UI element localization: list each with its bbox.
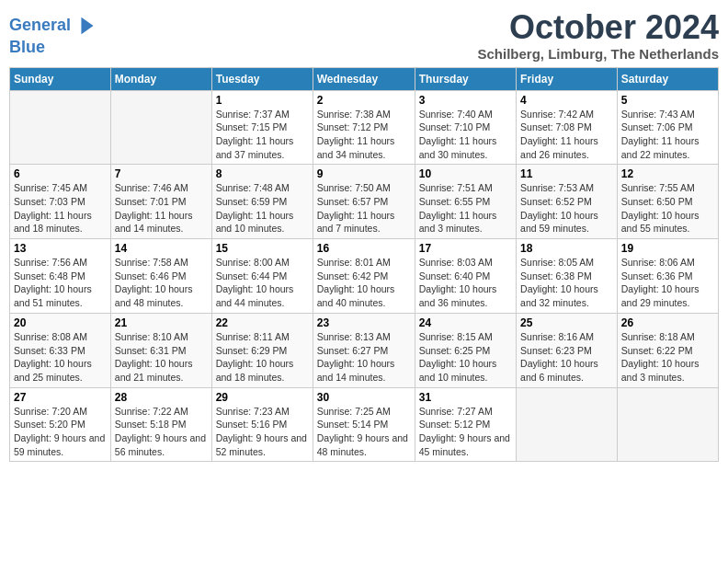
calendar-cell: 22Sunrise: 8:11 AM Sunset: 6:29 PM Dayli… <box>211 313 313 387</box>
day-info: Sunrise: 8:11 AM Sunset: 6:29 PM Dayligh… <box>216 330 309 385</box>
title-section: October 2024 Schilberg, Limburg, The Net… <box>477 9 719 62</box>
day-info: Sunrise: 7:55 AM Sunset: 6:50 PM Dayligh… <box>621 181 714 236</box>
calendar-header-saturday: Saturday <box>617 67 718 90</box>
calendar-header-thursday: Thursday <box>415 67 516 90</box>
day-number: 19 <box>621 242 714 255</box>
month-year-title: October 2024 <box>477 9 719 46</box>
calendar-header-wednesday: Wednesday <box>313 67 415 90</box>
calendar-cell: 10Sunrise: 7:51 AM Sunset: 6:55 PM Dayli… <box>415 165 516 239</box>
day-number: 27 <box>14 391 107 404</box>
calendar-cell: 1Sunrise: 7:37 AM Sunset: 7:15 PM Daylig… <box>211 90 313 165</box>
calendar-cell: 17Sunrise: 8:03 AM Sunset: 6:40 PM Dayli… <box>415 239 516 314</box>
day-info: Sunrise: 8:16 AM Sunset: 6:23 PM Dayligh… <box>520 330 613 385</box>
calendar-cell: 7Sunrise: 7:46 AM Sunset: 7:01 PM Daylig… <box>110 165 211 239</box>
day-info: Sunrise: 7:51 AM Sunset: 6:55 PM Dayligh… <box>419 181 512 236</box>
calendar-week-row: 20Sunrise: 8:08 AM Sunset: 6:33 PM Dayli… <box>10 313 719 387</box>
calendar-cell: 6Sunrise: 7:45 AM Sunset: 7:03 PM Daylig… <box>10 165 111 239</box>
calendar-cell: 31Sunrise: 7:27 AM Sunset: 5:12 PM Dayli… <box>415 387 516 462</box>
day-info: Sunrise: 8:13 AM Sunset: 6:27 PM Dayligh… <box>317 330 411 385</box>
calendar-header-sunday: Sunday <box>10 67 111 90</box>
day-info: Sunrise: 7:58 AM Sunset: 6:46 PM Dayligh… <box>115 256 208 310</box>
day-info: Sunrise: 7:38 AM Sunset: 7:12 PM Dayligh… <box>317 108 411 162</box>
day-number: 8 <box>216 167 309 180</box>
location-subtitle: Schilberg, Limburg, The Netherlands <box>477 46 719 62</box>
day-number: 7 <box>115 167 208 180</box>
day-number: 4 <box>520 94 613 107</box>
day-number: 26 <box>621 316 714 329</box>
day-number: 10 <box>419 167 512 180</box>
calendar-week-row: 6Sunrise: 7:45 AM Sunset: 7:03 PM Daylig… <box>10 165 719 239</box>
day-info: Sunrise: 8:01 AM Sunset: 6:42 PM Dayligh… <box>317 256 411 310</box>
calendar-cell: 19Sunrise: 8:06 AM Sunset: 6:36 PM Dayli… <box>617 239 718 314</box>
day-info: Sunrise: 7:22 AM Sunset: 5:18 PM Dayligh… <box>115 405 208 459</box>
day-number: 17 <box>419 242 512 255</box>
day-number: 14 <box>115 242 208 255</box>
day-info: Sunrise: 7:43 AM Sunset: 7:06 PM Dayligh… <box>621 108 714 162</box>
day-number: 3 <box>419 94 512 107</box>
page-header: General Blue October 2024 Schilberg, Lim… <box>9 9 719 62</box>
logo-text-general: General <box>9 17 71 35</box>
calendar-cell: 2Sunrise: 7:38 AM Sunset: 7:12 PM Daylig… <box>313 90 415 165</box>
svg-marker-0 <box>82 17 94 35</box>
day-info: Sunrise: 7:56 AM Sunset: 6:48 PM Dayligh… <box>14 256 107 310</box>
calendar-header-tuesday: Tuesday <box>211 67 313 90</box>
calendar-cell: 13Sunrise: 7:56 AM Sunset: 6:48 PM Dayli… <box>10 239 111 314</box>
day-info: Sunrise: 7:25 AM Sunset: 5:14 PM Dayligh… <box>317 405 411 459</box>
calendar-week-row: 1Sunrise: 7:37 AM Sunset: 7:15 PM Daylig… <box>10 90 719 165</box>
calendar-cell: 28Sunrise: 7:22 AM Sunset: 5:18 PM Dayli… <box>110 387 211 462</box>
calendar-cell: 12Sunrise: 7:55 AM Sunset: 6:50 PM Dayli… <box>617 165 718 239</box>
calendar-cell: 21Sunrise: 8:10 AM Sunset: 6:31 PM Dayli… <box>110 313 211 387</box>
calendar-cell: 25Sunrise: 8:16 AM Sunset: 6:23 PM Dayli… <box>517 313 618 387</box>
logo-arrow-icon <box>74 13 100 39</box>
calendar-header-monday: Monday <box>110 67 211 90</box>
day-info: Sunrise: 7:23 AM Sunset: 5:16 PM Dayligh… <box>216 405 309 459</box>
day-number: 24 <box>419 316 512 329</box>
calendar-cell: 14Sunrise: 7:58 AM Sunset: 6:46 PM Dayli… <box>110 239 211 314</box>
day-number: 12 <box>621 167 714 180</box>
day-number: 21 <box>115 316 208 329</box>
day-info: Sunrise: 8:10 AM Sunset: 6:31 PM Dayligh… <box>115 330 208 385</box>
day-number: 9 <box>317 167 411 180</box>
calendar-cell: 20Sunrise: 8:08 AM Sunset: 6:33 PM Dayli… <box>10 313 111 387</box>
day-number: 13 <box>14 242 107 255</box>
day-number: 5 <box>621 94 714 107</box>
calendar-cell: 27Sunrise: 7:20 AM Sunset: 5:20 PM Dayli… <box>10 387 111 462</box>
day-number: 25 <box>520 316 613 329</box>
day-number: 22 <box>216 316 309 329</box>
day-number: 20 <box>14 316 107 329</box>
logo-text-blue: Blue <box>9 39 100 57</box>
day-number: 23 <box>317 316 411 329</box>
day-number: 1 <box>216 94 309 107</box>
day-info: Sunrise: 7:40 AM Sunset: 7:10 PM Dayligh… <box>419 108 512 162</box>
logo: General Blue <box>9 13 100 57</box>
calendar-cell: 5Sunrise: 7:43 AM Sunset: 7:06 PM Daylig… <box>617 90 718 165</box>
day-info: Sunrise: 8:05 AM Sunset: 6:38 PM Dayligh… <box>520 256 613 310</box>
day-number: 29 <box>216 391 309 404</box>
calendar-cell <box>110 90 211 165</box>
day-number: 15 <box>216 242 309 255</box>
calendar-cell: 15Sunrise: 8:00 AM Sunset: 6:44 PM Dayli… <box>211 239 313 314</box>
day-info: Sunrise: 8:08 AM Sunset: 6:33 PM Dayligh… <box>14 330 107 385</box>
calendar-header-friday: Friday <box>517 67 618 90</box>
calendar-cell: 8Sunrise: 7:48 AM Sunset: 6:59 PM Daylig… <box>211 165 313 239</box>
day-number: 6 <box>14 167 107 180</box>
day-number: 30 <box>317 391 411 404</box>
day-info: Sunrise: 7:48 AM Sunset: 6:59 PM Dayligh… <box>216 181 309 236</box>
day-info: Sunrise: 7:27 AM Sunset: 5:12 PM Dayligh… <box>419 405 512 459</box>
day-info: Sunrise: 8:03 AM Sunset: 6:40 PM Dayligh… <box>419 256 512 310</box>
calendar-week-row: 27Sunrise: 7:20 AM Sunset: 5:20 PM Dayli… <box>10 387 719 462</box>
calendar-cell: 9Sunrise: 7:50 AM Sunset: 6:57 PM Daylig… <box>313 165 415 239</box>
calendar-cell: 24Sunrise: 8:15 AM Sunset: 6:25 PM Dayli… <box>415 313 516 387</box>
day-info: Sunrise: 7:53 AM Sunset: 6:52 PM Dayligh… <box>520 181 613 236</box>
calendar-cell <box>10 90 111 165</box>
calendar-cell: 18Sunrise: 8:05 AM Sunset: 6:38 PM Dayli… <box>517 239 618 314</box>
calendar-cell <box>517 387 618 462</box>
day-number: 11 <box>520 167 613 180</box>
day-info: Sunrise: 7:45 AM Sunset: 7:03 PM Dayligh… <box>14 181 107 236</box>
calendar-cell: 11Sunrise: 7:53 AM Sunset: 6:52 PM Dayli… <box>517 165 618 239</box>
calendar-cell: 29Sunrise: 7:23 AM Sunset: 5:16 PM Dayli… <box>211 387 313 462</box>
day-number: 16 <box>317 242 411 255</box>
day-info: Sunrise: 8:06 AM Sunset: 6:36 PM Dayligh… <box>621 256 714 310</box>
day-info: Sunrise: 8:00 AM Sunset: 6:44 PM Dayligh… <box>216 256 309 310</box>
day-number: 18 <box>520 242 613 255</box>
